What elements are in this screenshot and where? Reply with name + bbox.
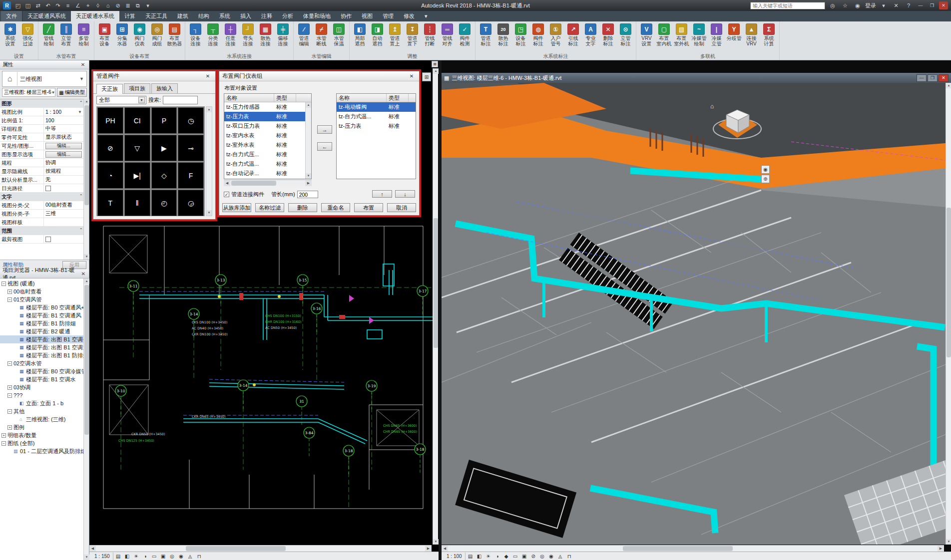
tree-item[interactable]: +00临时查看 [0, 287, 83, 295]
property-value[interactable] [44, 218, 83, 226]
reveal-hidden-icon[interactable]: ◉ [547, 553, 555, 560]
tree-item[interactable]: +03协调 [0, 383, 83, 391]
list-item[interactable]: tz-室外水表标准 [224, 140, 311, 150]
scroll-right-icon[interactable]: ▶ [425, 546, 432, 552]
ribbon-button-管线打断[interactable]: ┆管线打断 [421, 22, 439, 46]
ribbon-tab-结构[interactable]: 结构 [193, 11, 214, 21]
list-horizontal-scrollbar[interactable]: ◀ ▶ [224, 180, 312, 186]
navigation-wheel-icon[interactable]: ◉ [761, 165, 770, 174]
valve-symbol-ph-gauge[interactable]: PH [97, 107, 123, 134]
revit-app-icon[interactable]: R [3, 1, 11, 9]
detail-level-icon[interactable]: ▤ [114, 553, 122, 560]
tree-item[interactable]: ▥01 - 二层空调通风及防排烟平 [0, 447, 83, 455]
tree-item[interactable]: ▦楼层平面: 出图 B1 防排烟 [0, 351, 83, 359]
tree-item[interactable]: ▦楼层平面: B0 空调通风+防 [0, 303, 83, 311]
scroll-up-icon[interactable]: ▲ [433, 68, 439, 74]
scroll-down-icon[interactable]: ▼ [306, 173, 311, 179]
window-close-button[interactable]: ✕ [939, 74, 949, 82]
scroll-up-icon[interactable]: ▲ [84, 279, 89, 284]
scrollbar-thumb[interactable] [84, 105, 89, 205]
thin-lines-icon[interactable]: ≣ [123, 1, 133, 10]
ribbon-tab-注释[interactable]: 注释 [256, 11, 277, 21]
property-section-图形[interactable]: 图形ˆ [0, 99, 83, 108]
valve-symbol-thermometer[interactable]: ⊸ [178, 135, 204, 161]
search-input[interactable] [163, 96, 198, 104]
edit-type-button[interactable]: ▦ 编辑类型 [57, 88, 87, 97]
ribbon-button-立管标注[interactable]: ⊙立管标注 [617, 22, 634, 46]
chevron-down-icon[interactable]: ▾ [879, 1, 889, 10]
temporary-hide-icon[interactable]: ◎ [538, 553, 546, 560]
scroll-down-icon[interactable]: ▼ [84, 254, 89, 260]
list-header[interactable]: 名称类型 [337, 94, 416, 102]
undo-icon[interactable]: ↶ [43, 1, 53, 10]
constraints-icon[interactable]: ⊓ [195, 553, 203, 560]
ribbon-button-阀门成组[interactable]: ◎阀门成组 [148, 22, 166, 46]
move-up-button[interactable]: ↑ [372, 190, 392, 198]
save-icon[interactable]: ◫ [23, 1, 33, 10]
ribbon-tab-计算[interactable]: 计算 [119, 11, 140, 21]
property-value[interactable]: 协调 [44, 159, 83, 167]
ribbon-button-强化过滤[interactable]: ▽强化过滤 [19, 22, 36, 46]
grouped-valves-list[interactable]: 名称类型tz-电动蝶阀标准tz-自力式温...标准tz-压力表标准 [336, 93, 416, 179]
list-item[interactable]: tz-压力表标准 [337, 121, 416, 131]
ribbon-button-VRV设置[interactable]: VVRV设置 [638, 22, 655, 46]
scroll-left-icon[interactable]: ◀ [442, 546, 448, 552]
ribbon-tab-插入[interactable]: 插入 [235, 11, 256, 21]
ribbon-button-分类连接[interactable]: ┬分类连接 [204, 22, 222, 46]
checkbox[interactable] [45, 237, 51, 242]
dialog-title-bar[interactable]: 管道阀件 ✕ [93, 71, 215, 81]
ribbon-button-阀件检测[interactable]: ✓阀件检测 [456, 22, 474, 46]
tree-item[interactable]: ▦楼层平面: B1 空调通风 [0, 311, 83, 319]
dialog-button-取消[interactable]: 取消 [387, 203, 416, 212]
property-value[interactable]: 显示原状态 [44, 133, 83, 141]
ribbon-button-布置室内机[interactable]: ▢布置室内机 [655, 22, 673, 46]
property-value[interactable]: 00临时查看 [44, 201, 83, 209]
ribbon-panel-label[interactable]: 水系统连接 [185, 52, 293, 60]
close-icon[interactable]: ✕ [203, 73, 212, 80]
property-value[interactable]: 无 [44, 176, 83, 184]
dialog-title-bar[interactable]: 布置阀门仪表组 ✕ [219, 71, 419, 81]
checkbox[interactable] [45, 186, 51, 191]
window-splitter[interactable] [439, 60, 442, 560]
expand-icon[interactable]: + [7, 289, 12, 294]
family-filter-combo[interactable]: 全部 ▼ [96, 96, 146, 104]
search-icon[interactable]: ◎ [828, 1, 838, 10]
ribbon-tab-天正暖通水系统[interactable]: 天正暖通水系统 [71, 11, 119, 21]
view-scale-button[interactable]: 1 : 150 [91, 553, 113, 560]
scroll-right-icon[interactable]: ▶ [938, 546, 944, 552]
ribbon-tab-系统[interactable]: 系统 [214, 11, 235, 21]
close-icon[interactable]: ✕ [80, 271, 86, 277]
dialog-tab-族输入[interactable]: 族输入 [151, 83, 178, 93]
dialog-button-重命名[interactable]: 重命名 [321, 203, 350, 212]
ribbon-button-分集水器[interactable]: ⊞分集水器 [113, 22, 131, 46]
ribbon-tab-分析[interactable]: 分析 [277, 11, 298, 21]
browser-scrollbar[interactable]: ▲ ▼ [83, 279, 89, 560]
tree-item[interactable]: ▦楼层平面: B1 防排烟 [0, 319, 83, 327]
ribbon-button-局部遮挡[interactable]: ◧局部遮挡 [351, 22, 369, 46]
sync-icon[interactable]: ⇄ [33, 1, 43, 10]
collapse-icon[interactable]: − [7, 409, 12, 414]
maximize-button[interactable]: ❐ [928, 1, 937, 9]
valve-symbol-strainer[interactable]: ▽ [124, 135, 150, 161]
property-value[interactable]: 按规程 [44, 167, 83, 175]
tree-item[interactable]: ▦楼层平面: B0 空调冷媒管 [0, 367, 83, 375]
valve-symbol-stop-valve[interactable]: ▶| [124, 162, 150, 189]
valve-symbol-riser-valve[interactable]: ‖ [124, 190, 150, 216]
3d-view-window[interactable]: ▦ 三维视图: 楼层三维-6 - HMW-3栋-B1-暖通.rvt —❐✕ [442, 60, 951, 560]
infocenter-search-input[interactable] [750, 2, 825, 9]
valve-symbol-temperature-meter[interactable]: T [97, 190, 123, 216]
view-window-icon[interactable]: ⊠ [432, 61, 438, 67]
dialog-button-名称过滤[interactable]: 名称过滤 [255, 203, 284, 212]
window-restore-button[interactable]: ❐ [928, 74, 938, 82]
list-item[interactable]: tz-自动记录...标准 [224, 169, 311, 178]
visual-style-icon[interactable]: ◧ [123, 553, 131, 560]
scrollbar-thumb[interactable] [231, 181, 276, 186]
switch-windows-icon[interactable]: ⧉ [133, 1, 143, 10]
ribbon-button-自动遮挡[interactable]: ◨自动遮挡 [369, 22, 386, 46]
edit-button[interactable]: 编辑... [45, 143, 82, 149]
window-minimize-button[interactable]: — [917, 74, 927, 82]
collapse-icon[interactable]: − [7, 297, 12, 302]
shadows-icon[interactable]: ◑ [141, 553, 149, 560]
ribbon-button-设备标注[interactable]: ◳设备标注 [512, 22, 529, 46]
ribbon-button-管线对齐[interactable]: ═管线对齐 [439, 22, 456, 46]
